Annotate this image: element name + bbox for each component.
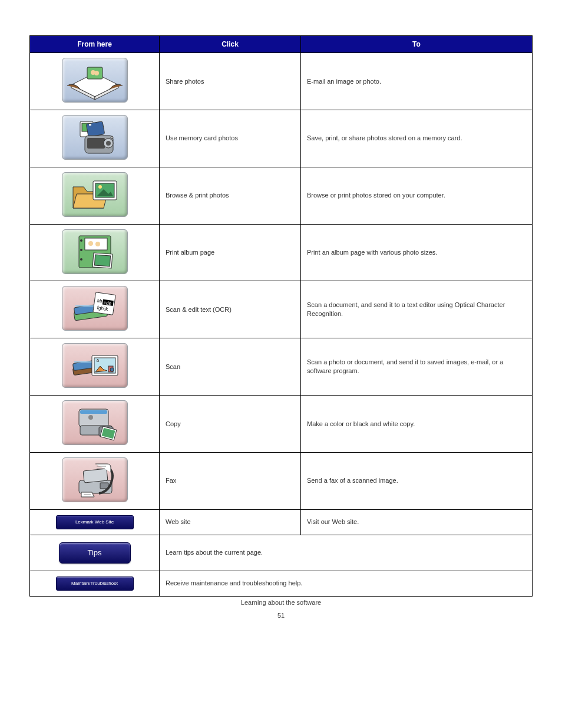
icon-cell: Lexmark Web Site bbox=[30, 509, 160, 535]
table-row: Copy Make a color or black and white cop… bbox=[30, 396, 533, 453]
icon-cell bbox=[30, 110, 160, 167]
table-row: ab cde fghijk Scan & edit text (OCR) Sca… bbox=[30, 281, 533, 338]
header-from-here: From here bbox=[30, 36, 160, 53]
table-row: Tips Learn tips about the current page. bbox=[30, 535, 533, 571]
desc-cell: E-mail an image or photo. bbox=[301, 53, 533, 110]
icon-cell bbox=[30, 224, 160, 281]
table-row: Browse & print photos Browse or print ph… bbox=[30, 167, 533, 224]
name-cell: Browse & print photos bbox=[160, 167, 301, 224]
svg-point-51 bbox=[88, 415, 93, 420]
header-click: Click bbox=[160, 36, 301, 53]
button-label: Maintain/Troubleshoot bbox=[71, 581, 118, 586]
name-cell: Share photos bbox=[160, 53, 301, 110]
name-cell: Scan bbox=[160, 338, 301, 396]
name-cell: Print album page bbox=[160, 224, 301, 281]
icon-cell bbox=[30, 338, 160, 396]
page-number: 51 bbox=[0, 612, 562, 619]
svg-point-25 bbox=[95, 242, 100, 246]
svg-text:ab: ab bbox=[96, 298, 103, 304]
svg-rect-8 bbox=[86, 121, 104, 137]
footer-text: Learning about the software bbox=[0, 599, 562, 606]
desc-cell: Learn tips about the current page. bbox=[160, 535, 533, 571]
svg-point-13 bbox=[106, 141, 111, 146]
desc-cell: Receive maintenance and troubleshooting … bbox=[160, 571, 533, 596]
svg-point-22 bbox=[80, 258, 82, 261]
desc-cell: Send a fax of a scanned image. bbox=[301, 452, 533, 509]
icon-cell: Maintain/Troubleshoot bbox=[30, 571, 160, 596]
share-photos-icon bbox=[62, 58, 128, 103]
button-label: Tips bbox=[87, 548, 101, 557]
table-row: Scan Scan a photo or document, and send … bbox=[30, 338, 533, 396]
header-to: To bbox=[301, 36, 533, 53]
name-cell: Web site bbox=[160, 509, 301, 535]
scan-icon bbox=[62, 343, 128, 388]
feature-table: From here Click To bbox=[29, 35, 533, 597]
desc-cell: Print an album page with various photo s… bbox=[301, 224, 533, 281]
fax-icon bbox=[62, 457, 128, 502]
album-page-icon bbox=[62, 229, 128, 274]
svg-rect-46 bbox=[80, 410, 107, 414]
svg-rect-9 bbox=[89, 124, 91, 126]
svg-rect-53 bbox=[83, 469, 108, 483]
icon-cell: ab cde fghijk bbox=[30, 281, 160, 338]
browse-photos-icon bbox=[62, 172, 128, 217]
scan-edit-text-icon: ab cde fghijk bbox=[62, 286, 128, 331]
name-cell: Use memory card photos bbox=[160, 110, 301, 167]
svg-point-5 bbox=[94, 71, 99, 75]
table-header-row: From here Click To bbox=[30, 36, 533, 53]
desc-cell: Scan a document, and send it to a text e… bbox=[301, 281, 533, 338]
svg-point-24 bbox=[88, 241, 93, 246]
name-cell: Fax bbox=[160, 452, 301, 509]
icon-cell: Tips bbox=[30, 535, 160, 571]
desc-cell: Make a color or black and white copy. bbox=[301, 396, 533, 453]
icon-cell bbox=[30, 396, 160, 453]
table-row: Share photos E-mail an image or photo. bbox=[30, 53, 533, 110]
table-row: Fax Send a fax of a scanned image. bbox=[30, 452, 533, 509]
svg-rect-27 bbox=[94, 255, 110, 266]
copy-icon bbox=[62, 400, 128, 445]
icon-cell bbox=[30, 53, 160, 110]
name-cell: Scan & edit text (OCR) bbox=[160, 281, 301, 338]
svg-point-14 bbox=[111, 136, 113, 139]
icon-cell bbox=[30, 167, 160, 224]
table-row: Use memory card photos Save, print, or s… bbox=[30, 110, 533, 167]
svg-point-18 bbox=[98, 185, 102, 189]
svg-point-20 bbox=[80, 239, 82, 242]
icon-cell bbox=[30, 452, 160, 509]
table-row: Print album page Print an album page wit… bbox=[30, 224, 533, 281]
desc-cell: Save, print, or share photos stored on a… bbox=[301, 110, 533, 167]
desc-cell: Scan a photo or document, and send it to… bbox=[301, 338, 533, 396]
maintain-button-icon: Maintain/Troubleshoot bbox=[56, 577, 134, 591]
memory-card-icon bbox=[62, 115, 128, 160]
svg-point-21 bbox=[80, 249, 82, 251]
table-row: Lexmark Web Site Web site Visit our Web … bbox=[30, 509, 533, 535]
tips-button-icon: Tips bbox=[59, 542, 131, 564]
svg-point-44 bbox=[110, 368, 114, 371]
desc-cell: Visit our Web site. bbox=[301, 509, 533, 535]
website-button-icon: Lexmark Web Site bbox=[56, 515, 134, 529]
name-cell: Copy bbox=[160, 396, 301, 453]
svg-rect-11 bbox=[87, 138, 105, 149]
table-row: Maintain/Troubleshoot Receive maintenanc… bbox=[30, 571, 533, 596]
desc-cell: Browse or print photos stored on your co… bbox=[301, 167, 533, 224]
svg-text:cde: cde bbox=[103, 300, 112, 307]
button-label: Lexmark Web Site bbox=[75, 519, 114, 525]
